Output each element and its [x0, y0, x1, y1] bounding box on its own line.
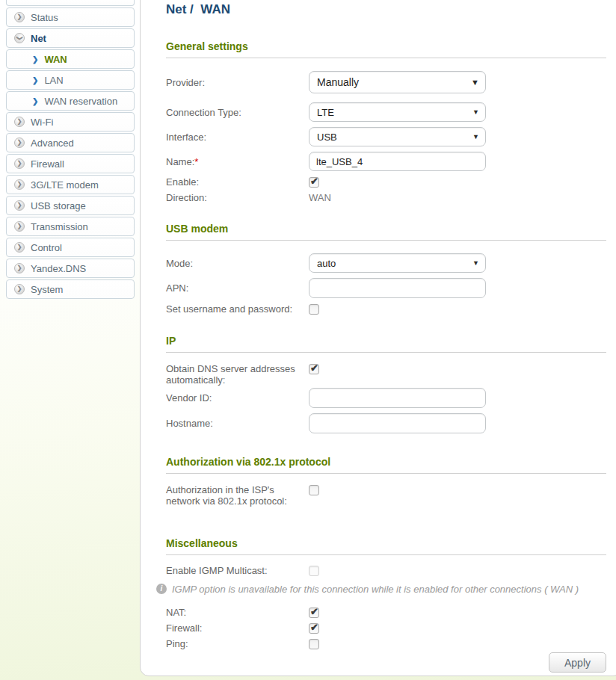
hostname-label: Hostname:: [166, 418, 309, 429]
direction-label: Direction:: [166, 192, 309, 203]
sub-arrow-icon: ❯: [32, 97, 38, 105]
direction-value: WAN: [309, 192, 331, 203]
sidebar-item-label: Wi-Fi: [31, 117, 53, 128]
sidebar-item-label: Status: [31, 12, 58, 23]
ping-label: Ping:: [166, 638, 309, 649]
sidebar-item-label: Firewall: [31, 158, 64, 170]
sidebar-item-lan[interactable]: ❯ LAN: [6, 70, 135, 90]
igmp-info-text: IGMP option is unavailable for this conn…: [172, 584, 579, 595]
sidebar-item-label: USB storage: [31, 200, 86, 211]
hostname-input[interactable]: [309, 413, 486, 433]
sidebar: ❯ Status ❯ Net ❯ WAN ❯ LAN ❯ WAN reserva…: [6, 0, 135, 300]
section-heading: IP: [166, 335, 606, 353]
mode-select[interactable]: auto ▼: [309, 253, 486, 273]
dropdown-arrow-icon: ▼: [472, 259, 479, 267]
dropdown-arrow-icon: ▼: [472, 133, 479, 140]
interface-select[interactable]: USB ▼: [309, 127, 486, 146]
apply-button[interactable]: Apply: [549, 652, 606, 673]
sidebar-item-label: Net: [31, 33, 46, 44]
sub-arrow-icon: ❯: [32, 55, 38, 64]
obtain-dns-checkbox[interactable]: [309, 364, 319, 374]
sidebar-item-label: WAN reservation: [44, 96, 117, 107]
ping-checkbox[interactable]: [309, 639, 319, 649]
interface-label: Interface:: [166, 132, 309, 143]
set-username-password-label: Set username and password:: [166, 303, 309, 315]
apn-label: APN:: [166, 282, 309, 294]
main-panel: Net / WAN General settings Provider: Man…: [140, 0, 616, 676]
chevron-right-circle-icon: ❯: [14, 179, 25, 190]
enable-igmp-multicast-checkbox: [309, 566, 319, 576]
chevron-down-circle-icon: ❯: [14, 33, 25, 43]
select-value: Manually: [317, 76, 359, 88]
sidebar-item-cutoff[interactable]: [6, 0, 135, 6]
section-heading: Authorization via 802.1x protocol: [166, 456, 606, 474]
nat-checkbox[interactable]: [309, 608, 319, 618]
apn-input[interactable]: [309, 278, 486, 298]
select-value: LTE: [317, 107, 334, 118]
sidebar-item-usb-storage[interactable]: ❯ USB storage: [6, 196, 135, 215]
select-value: auto: [317, 258, 336, 269]
sidebar-item-wan[interactable]: ❯ WAN: [6, 49, 135, 69]
sidebar-item-label: LAN: [44, 75, 63, 86]
sidebar-item-system[interactable]: ❯ System: [6, 279, 135, 299]
dropdown-arrow-icon: ▼: [471, 78, 479, 87]
sidebar-item-transmission[interactable]: ❯ Transmission: [6, 217, 135, 236]
sidebar-item-label: System: [31, 284, 63, 295]
connection-type-label: Connection Type:: [166, 107, 309, 118]
page-title: Net / WAN: [166, 2, 606, 17]
dropdown-arrow-icon: ▼: [472, 108, 479, 116]
obtain-dns-label: Obtain DNS server addresses automaticall…: [166, 363, 309, 386]
chevron-right-circle-icon: ❯: [14, 242, 25, 253]
igmp-info-note: i IGMP option is unavailable for this co…: [156, 584, 606, 595]
sidebar-item-status[interactable]: ❯ Status: [6, 7, 135, 27]
sub-arrow-icon: ❯: [32, 76, 38, 84]
sidebar-item-label: Yandex.DNS: [31, 263, 86, 274]
auth-8021x-label: Authorization in the ISP's network via 8…: [166, 484, 309, 507]
chevron-right-circle-icon: ❯: [14, 200, 25, 211]
required-asterisk: *: [194, 156, 198, 167]
sidebar-item-wan-reservation[interactable]: ❯ WAN reservation: [6, 91, 135, 111]
section-heading: Miscellaneous: [166, 537, 606, 555]
name-input[interactable]: [309, 152, 486, 171]
info-icon: i: [156, 584, 167, 594]
enable-checkbox[interactable]: [309, 177, 319, 188]
section-general-settings: General settings Provider: Manually ▼ Co…: [166, 40, 606, 203]
firewall-checkbox[interactable]: [309, 623, 319, 634]
enable-label: Enable:: [166, 176, 309, 188]
chevron-right-circle-icon: ❯: [14, 221, 25, 232]
sidebar-item-label: WAN: [44, 54, 67, 65]
chevron-right-circle-icon: ❯: [14, 284, 25, 294]
sidebar-item-yandex-dns[interactable]: ❯ Yandex.DNS: [6, 259, 135, 278]
chevron-right-circle-icon: ❯: [14, 158, 25, 169]
sidebar-item-control[interactable]: ❯ Control: [6, 238, 135, 257]
sidebar-item-label: Transmission: [31, 221, 88, 232]
chevron-right-circle-icon: ❯: [14, 263, 25, 273]
chevron-right-circle-icon: ❯: [14, 137, 25, 148]
provider-label: Provider:: [166, 77, 309, 88]
set-username-password-checkbox[interactable]: [309, 304, 319, 315]
name-label: Name:*: [166, 156, 309, 167]
chevron-right-circle-icon: ❯: [14, 12, 25, 22]
sidebar-item-firewall[interactable]: ❯ Firewall: [6, 154, 135, 173]
sidebar-item-3g-lte-modem[interactable]: ❯ 3G/LTE modem: [6, 175, 135, 194]
section-authorization-8021x: Authorization via 802.1x protocol Author…: [166, 456, 606, 507]
section-heading: USB modem: [166, 223, 606, 241]
sidebar-item-net[interactable]: ❯ Net: [6, 28, 135, 48]
vendor-id-label: Vendor ID:: [166, 392, 309, 404]
auth-8021x-checkbox[interactable]: [309, 485, 319, 495]
firewall-label: Firewall:: [166, 622, 309, 634]
sidebar-item-advanced[interactable]: ❯ Advanced: [6, 133, 135, 152]
nat-label: NAT:: [166, 607, 309, 618]
sidebar-item-wifi[interactable]: ❯ Wi-Fi: [6, 112, 135, 132]
sidebar-item-label: Control: [31, 242, 62, 253]
sidebar-item-label: 3G/LTE modem: [31, 179, 99, 191]
sidebar-item-label: Advanced: [31, 137, 74, 149]
section-miscellaneous: Miscellaneous Enable IGMP Multicast: i I…: [166, 537, 606, 649]
enable-igmp-multicast-label: Enable IGMP Multicast:: [166, 565, 309, 576]
section-ip: IP Obtain DNS server addresses automatic…: [166, 335, 606, 433]
connection-type-select[interactable]: LTE ▼: [309, 102, 486, 122]
vendor-id-input[interactable]: [309, 388, 486, 408]
mode-label: Mode:: [166, 258, 309, 269]
provider-select[interactable]: Manually ▼: [309, 71, 486, 93]
chevron-right-circle-icon: ❯: [14, 117, 25, 127]
